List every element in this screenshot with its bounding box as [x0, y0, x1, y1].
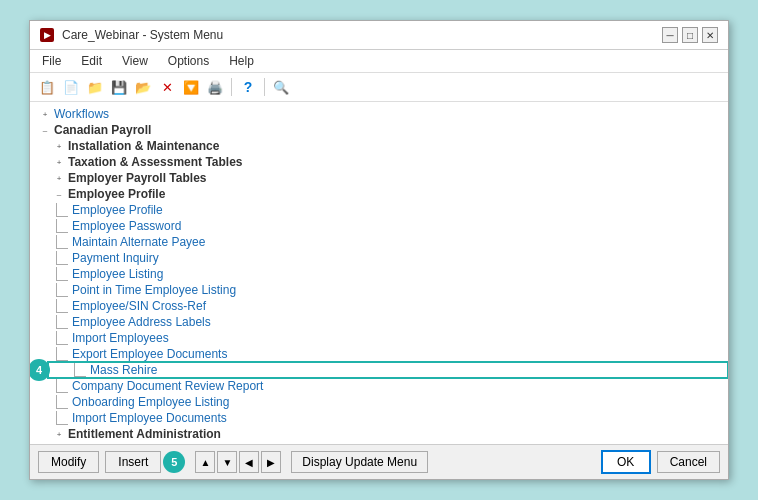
toolbar-btn-delete[interactable]: ✕ — [156, 76, 178, 98]
toolbar-btn-2[interactable]: 📄 — [60, 76, 82, 98]
ok-button[interactable]: OK — [601, 450, 651, 474]
tree-item-point-in-time[interactable]: Point in Time Employee Listing — [30, 282, 728, 298]
menu-edit[interactable]: Edit — [77, 52, 106, 70]
toolbar-btn-1[interactable]: 📋 — [36, 76, 58, 98]
toolbar-btn-search[interactable]: 🔍 — [270, 76, 292, 98]
menu-options[interactable]: Options — [164, 52, 213, 70]
branch-line — [56, 395, 68, 409]
tree-item-emp-password[interactable]: Employee Password — [30, 218, 728, 234]
tree-item-employee-profile-group[interactable]: – Employee Profile — [30, 186, 728, 202]
toolbar-btn-help[interactable]: ? — [237, 76, 259, 98]
nav-left-button[interactable]: ◀ — [239, 451, 259, 473]
insert-area: Insert 5 — [105, 451, 185, 473]
tree-panel[interactable]: + Workflows – Canadian Payroll + Install… — [30, 102, 728, 444]
branch-line — [56, 235, 68, 249]
toolbar-btn-5[interactable]: 📂 — [132, 76, 154, 98]
tree-item-entitlement[interactable]: + Entitlement Administration — [30, 426, 728, 442]
expand-taxation[interactable]: + — [52, 155, 66, 169]
menu-view[interactable]: View — [118, 52, 152, 70]
content-area: + Workflows – Canadian Payroll + Install… — [30, 102, 728, 444]
toolbar: 📋 📄 📁 💾 📂 ✕ 🔽 🖨️ ? 🔍 — [30, 73, 728, 102]
tree-label-point-in-time: Point in Time Employee Listing — [70, 283, 236, 297]
tree-label-entitlement: Entitlement Administration — [66, 427, 221, 441]
badge-5: 5 — [163, 451, 185, 473]
toolbar-sep-2 — [264, 78, 265, 96]
tree-item-mass-rehire-row: 4 Mass Rehire — [30, 362, 728, 378]
maximize-button[interactable]: □ — [682, 27, 698, 43]
app-icon: ▶ — [40, 28, 54, 42]
tree-item-employer-payroll[interactable]: + Employer Payroll Tables — [30, 170, 728, 186]
display-update-button[interactable]: Display Update Menu — [291, 451, 428, 473]
nav-right-button[interactable]: ▶ — [261, 451, 281, 473]
cancel-button[interactable]: Cancel — [657, 451, 720, 473]
branch-line — [56, 219, 68, 233]
tree-label-import-employees: Import Employees — [70, 331, 169, 345]
close-button[interactable]: ✕ — [702, 27, 718, 43]
tree-item-maintain-alternate[interactable]: Maintain Alternate Payee — [30, 234, 728, 250]
tree-item-address-labels[interactable]: Employee Address Labels — [30, 314, 728, 330]
tree-item-export-docs[interactable]: Export Employee Documents — [30, 346, 728, 362]
toolbar-btn-filter[interactable]: 🔽 — [180, 76, 202, 98]
tree-item-onboarding[interactable]: Onboarding Employee Listing — [30, 394, 728, 410]
modify-button[interactable]: Modify — [38, 451, 99, 473]
branch-line — [56, 203, 68, 217]
window-title: Care_Webinar - System Menu — [62, 28, 654, 42]
expand-entitlement[interactable]: + — [52, 427, 66, 441]
tree-item-installation[interactable]: + Installation & Maintenance — [30, 138, 728, 154]
tree-label-payment-inquiry: Payment Inquiry — [70, 251, 159, 265]
expand-canadian-payroll[interactable]: – — [38, 123, 52, 137]
branch-line — [56, 283, 68, 297]
tree-item-company-doc-review[interactable]: Company Document Review Report — [30, 378, 728, 394]
toolbar-btn-4[interactable]: 💾 — [108, 76, 130, 98]
branch-line — [56, 315, 68, 329]
expand-workflows[interactable]: + — [38, 107, 52, 121]
branch-line — [56, 251, 68, 265]
menu-help[interactable]: Help — [225, 52, 258, 70]
tree-label-onboarding: Onboarding Employee Listing — [70, 395, 229, 409]
tree-label-taxation: Taxation & Assessment Tables — [66, 155, 243, 169]
toolbar-btn-3[interactable]: 📁 — [84, 76, 106, 98]
tree-label-installation: Installation & Maintenance — [66, 139, 219, 153]
minimize-button[interactable]: ─ — [662, 27, 678, 43]
tree-label-canadian-payroll: Canadian Payroll — [52, 123, 151, 137]
tree-item-taxation[interactable]: + Taxation & Assessment Tables — [30, 154, 728, 170]
tree-label-export-docs: Export Employee Documents — [70, 347, 227, 361]
toolbar-btn-print[interactable]: 🖨️ — [204, 76, 226, 98]
tree-label-maintain-alternate: Maintain Alternate Payee — [70, 235, 205, 249]
insert-button[interactable]: Insert — [105, 451, 161, 473]
tree-item-canadian-payroll[interactable]: – Canadian Payroll — [30, 122, 728, 138]
branch-line — [56, 411, 68, 425]
tree-item-workflows[interactable]: + Workflows — [30, 106, 728, 122]
tree-item-import-employees[interactable]: Import Employees — [30, 330, 728, 346]
menu-file[interactable]: File — [38, 52, 65, 70]
tree-label-import-emp-docs: Import Employee Documents — [70, 411, 227, 425]
tree-label-sin-cross-ref: Employee/SIN Cross-Ref — [70, 299, 206, 313]
tree-label-emp-password: Employee Password — [70, 219, 181, 233]
nav-down-button[interactable]: ▼ — [217, 451, 237, 473]
tree-item-employee-listing[interactable]: Employee Listing — [30, 266, 728, 282]
tree-item-import-emp-docs[interactable]: Import Employee Documents — [30, 410, 728, 426]
main-window: ▶ Care_Webinar - System Menu ─ □ ✕ File … — [29, 20, 729, 480]
tree-label-employee-profile-group: Employee Profile — [66, 187, 165, 201]
tree-item-mass-rehire[interactable]: Mass Rehire — [48, 362, 728, 378]
branch-line — [56, 267, 68, 281]
expand-employer-payroll[interactable]: + — [52, 171, 66, 185]
expand-employee-profile-group[interactable]: – — [52, 187, 66, 201]
badge-4: 4 — [30, 359, 50, 381]
tree-label-employer-payroll: Employer Payroll Tables — [66, 171, 207, 185]
window-controls: ─ □ ✕ — [662, 27, 718, 43]
bottom-bar: Modify Insert 5 ▲ ▼ ◀ ▶ Display Update M… — [30, 444, 728, 479]
branch-line — [56, 299, 68, 313]
tree-label-employee-listing: Employee Listing — [70, 267, 163, 281]
tree-item-payment-inquiry[interactable]: Payment Inquiry — [30, 250, 728, 266]
tree-label-company-doc-review: Company Document Review Report — [70, 379, 263, 393]
toolbar-sep-1 — [231, 78, 232, 96]
tree-label-mass-rehire: Mass Rehire — [88, 363, 157, 377]
nav-up-button[interactable]: ▲ — [195, 451, 215, 473]
menu-bar: File Edit View Options Help — [30, 50, 728, 73]
branch-line — [74, 363, 86, 377]
expand-installation[interactable]: + — [52, 139, 66, 153]
tree-item-sin-cross-ref[interactable]: Employee/SIN Cross-Ref — [30, 298, 728, 314]
nav-group: ▲ ▼ ◀ ▶ — [195, 451, 281, 473]
tree-item-emp-profile[interactable]: Employee Profile — [30, 202, 728, 218]
